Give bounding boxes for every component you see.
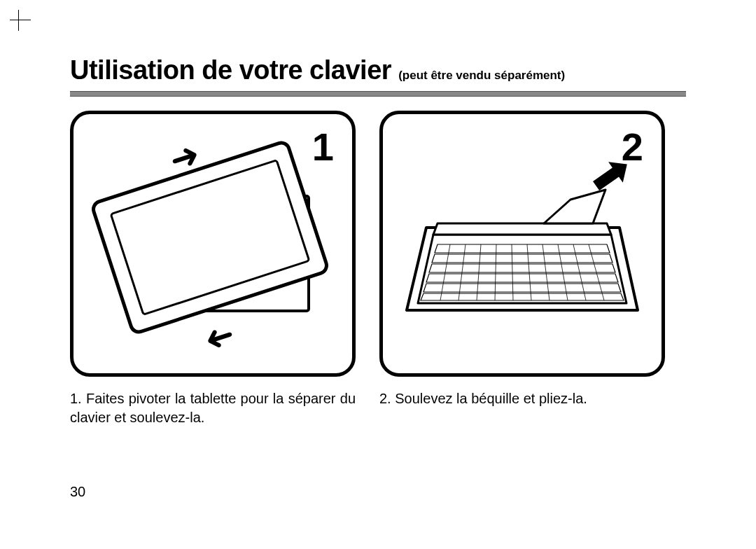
- svg-marker-2: [433, 223, 611, 235]
- rotate-arrow-down-icon: ➜: [200, 318, 239, 361]
- heading-main: Utilisation de votre clavier: [70, 55, 391, 85]
- crop-mark-left: [18, 10, 19, 31]
- panels-row: 1 ➜ ➜ 1. Faites pivoter la tablette pour…: [70, 111, 686, 427]
- svg-marker-20: [589, 154, 634, 196]
- step-panel-1: 1 ➜ ➜ 1. Faites pivoter la tablette pour…: [70, 111, 356, 427]
- step-frame-1: 1 ➜ ➜: [70, 111, 356, 377]
- manual-page: Utilisation de votre clavier (peut être …: [0, 0, 756, 549]
- svg-marker-4: [432, 254, 612, 263]
- step-caption: 2. Soulevez la béquille et pliez-la.: [379, 389, 665, 408]
- svg-marker-5: [429, 264, 615, 272]
- rotate-arrow-up-icon: ➜: [165, 136, 204, 179]
- step-caption: 1. Faites pivoter la tablette pour la sé…: [70, 389, 356, 427]
- page-title: Utilisation de votre clavier (peut être …: [70, 56, 686, 85]
- svg-marker-19: [544, 190, 606, 223]
- crop-mark-top: [10, 20, 31, 20]
- svg-marker-8: [421, 293, 624, 300]
- heading-rule: [70, 91, 686, 97]
- step-panel-2: 2: [379, 111, 665, 427]
- svg-marker-3: [435, 244, 610, 253]
- page-number: 30: [70, 484, 85, 500]
- content-area: Utilisation de votre clavier (peut être …: [70, 56, 686, 427]
- svg-marker-6: [426, 274, 618, 282]
- step-number: 1: [312, 124, 334, 169]
- heading-subtitle: (peut être vendu séparément): [398, 69, 565, 82]
- keyboard-illustration: [383, 114, 662, 373]
- step-frame-2: 2: [379, 111, 665, 377]
- svg-marker-7: [424, 284, 621, 292]
